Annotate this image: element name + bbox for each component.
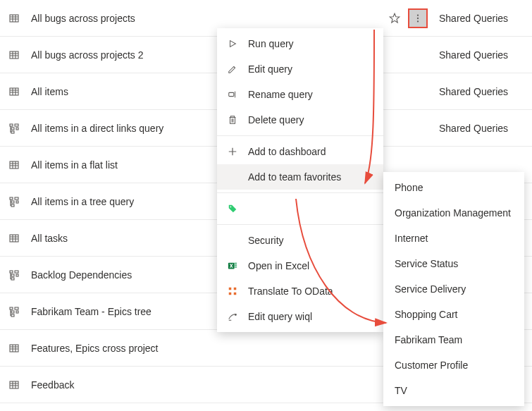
team-option[interactable]: Shopping Cart [383, 302, 524, 327]
query-folder: Shared Queries [439, 13, 524, 24]
svg-rect-5 [10, 51, 18, 59]
grid-query-icon [8, 379, 20, 391]
pencil-icon [227, 63, 238, 75]
svg-rect-19 [11, 131, 14, 133]
svg-rect-46 [16, 274, 18, 276]
svg-rect-54 [11, 311, 14, 313]
grid-query-icon [8, 13, 20, 24]
team-option[interactable]: Organization Management [383, 200, 524, 226]
team-option[interactable]: Customer Profile [383, 352, 524, 378]
menu-translate-odata[interactable]: Translate To OData [217, 278, 383, 304]
svg-rect-61 [10, 345, 18, 352]
team-option[interactable]: Service Status [383, 251, 524, 276]
team-option[interactable]: Service Delivery [383, 276, 524, 302]
svg-point-74 [230, 207, 232, 208]
menu-label: Open in Excel [248, 260, 373, 271]
chevron-right-icon [365, 171, 373, 183]
plus-icon [227, 146, 238, 157]
rename-icon [227, 89, 238, 100]
excel-icon [227, 260, 238, 271]
team-option[interactable]: Phone [383, 175, 524, 200]
svg-rect-16 [15, 124, 18, 126]
menu-edit-query[interactable]: Edit query [217, 56, 383, 82]
favorite-star-icon[interactable] [388, 12, 401, 25]
menu-open-in-excel[interactable]: Open in Excel [217, 253, 383, 278]
context-menu: Run query Edit query Rename query Delete… [217, 28, 383, 332]
more-actions-button[interactable] [409, 10, 426, 27]
blank-icon [227, 171, 238, 183]
tree-query-icon [8, 123, 20, 134]
svg-rect-73 [230, 118, 235, 124]
query-folder: Shared Queries [439, 49, 524, 61]
svg-rect-47 [11, 278, 14, 280]
svg-rect-52 [10, 307, 13, 309]
menu-label: Rename query [248, 89, 373, 100]
menu-delete-query[interactable]: Delete query [217, 107, 383, 133]
svg-marker-1 [390, 13, 400, 23]
menu-rename-query[interactable]: Rename query [217, 82, 383, 107]
wiql-icon [227, 311, 238, 322]
svg-rect-78 [235, 266, 237, 268]
svg-point-4 [417, 20, 419, 22]
tree-query-icon [8, 306, 20, 317]
svg-point-83 [235, 314, 237, 316]
menu-label: Translate To OData [248, 286, 373, 297]
svg-rect-53 [15, 307, 18, 309]
menu-edit-wiql[interactable]: Edit query wiql [217, 304, 383, 329]
svg-rect-10 [10, 88, 18, 95]
menu-label: Add to dashboard [248, 146, 373, 157]
team-favorites-submenu: PhoneOrganization ManagementInternetServ… [383, 172, 524, 406]
query-folder: Shared Queries [439, 123, 524, 134]
query-name: All bugs across projects [31, 13, 388, 24]
menu-label: Delete query [248, 114, 373, 125]
query-name: Feedback [31, 379, 388, 391]
menu-label: Edit query [248, 63, 373, 75]
tree-query-icon [8, 196, 20, 207]
grid-query-icon [8, 86, 20, 97]
menu-security[interactable]: Security [217, 228, 383, 253]
svg-rect-45 [11, 274, 14, 276]
svg-rect-17 [11, 128, 14, 130]
menu-add-to-team-favorites[interactable]: Add to team favorites [217, 164, 383, 190]
team-option[interactable]: TV [383, 378, 524, 403]
svg-rect-43 [10, 271, 13, 273]
svg-rect-79 [229, 288, 232, 290]
menu-label: Run query [248, 38, 373, 49]
svg-rect-77 [235, 264, 237, 266]
svg-rect-81 [229, 293, 232, 295]
play-icon [227, 38, 238, 49]
svg-rect-72 [229, 92, 234, 96]
menu-label: Edit query wiql [248, 311, 373, 322]
menu-separator [217, 135, 383, 136]
trash-icon [227, 114, 238, 125]
team-option[interactable]: Internet [383, 226, 524, 251]
svg-rect-32 [16, 201, 18, 203]
svg-rect-31 [11, 201, 14, 203]
grid-query-icon [8, 343, 20, 354]
menu-add-to-dashboard[interactable]: Add to dashboard [217, 139, 383, 164]
svg-rect-76 [235, 263, 237, 264]
grid-query-icon [8, 49, 20, 61]
menu-tag[interactable] [217, 196, 383, 221]
svg-rect-56 [11, 314, 14, 317]
svg-rect-0 [10, 15, 18, 22]
svg-rect-80 [234, 288, 237, 290]
tree-query-icon [8, 269, 20, 281]
menu-run-query[interactable]: Run query [217, 31, 383, 56]
tag-icon [227, 203, 238, 214]
grid-query-icon [8, 159, 20, 171]
team-option[interactable]: Fabrikam Team [383, 327, 524, 352]
menu-separator [217, 192, 383, 193]
svg-marker-71 [230, 41, 236, 47]
svg-rect-33 [11, 204, 14, 207]
menu-label: Security [248, 235, 373, 246]
svg-point-3 [417, 17, 419, 18]
query-folder: Shared Queries [439, 86, 524, 97]
svg-rect-15 [10, 124, 13, 126]
svg-rect-18 [16, 128, 18, 130]
svg-rect-44 [15, 271, 18, 273]
svg-rect-55 [16, 311, 18, 313]
svg-rect-30 [15, 197, 18, 200]
blank-icon [227, 235, 238, 246]
svg-point-2 [417, 14, 419, 16]
